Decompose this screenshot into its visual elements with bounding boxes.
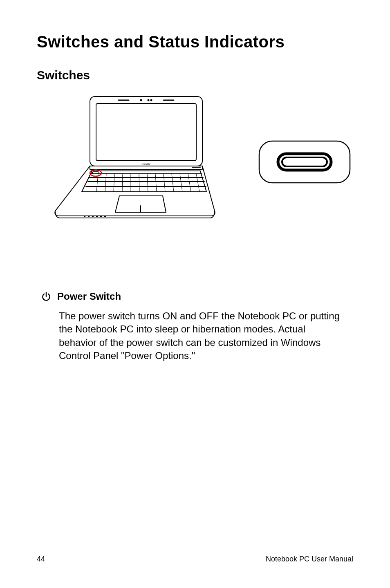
svg-line-27 [164, 174, 165, 192]
laptop-diagram-icon: /ISUS [53, 94, 217, 229]
svg-rect-13 [104, 216, 106, 217]
svg-rect-9 [88, 216, 90, 217]
section-heading-row: Power Switch [41, 291, 353, 302]
section-heading: Power Switch [57, 291, 121, 302]
svg-rect-11 [96, 216, 98, 217]
document-page: Switches and Status Indicators Switches … [0, 0, 390, 588]
svg-line-25 [147, 174, 148, 192]
svg-rect-12 [100, 216, 102, 217]
section-subtitle: Switches [37, 68, 353, 82]
switch-closeup-icon [258, 139, 352, 184]
manual-name: Notebook PC User Manual [266, 555, 353, 563]
page-title: Switches and Status Indicators [37, 33, 353, 51]
svg-point-6 [151, 100, 152, 101]
svg-line-22 [122, 174, 123, 192]
svg-point-5 [148, 100, 149, 101]
page-number: 44 [37, 555, 45, 563]
power-icon [41, 291, 52, 302]
svg-point-4 [141, 100, 142, 101]
svg-rect-37 [282, 157, 327, 166]
svg-line-28 [172, 174, 174, 192]
svg-rect-34 [92, 172, 99, 174]
svg-text:/ISUS: /ISUS [142, 162, 150, 166]
svg-line-31 [196, 174, 199, 192]
svg-rect-10 [92, 216, 94, 217]
svg-line-26 [155, 174, 157, 192]
svg-rect-1 [96, 103, 196, 161]
svg-line-24 [139, 174, 139, 192]
section-body-text: The power switch turns ON and OFF the No… [59, 310, 345, 363]
svg-line-30 [188, 174, 191, 192]
svg-rect-8 [84, 216, 85, 217]
figure-row: /ISUS [53, 94, 353, 229]
svg-rect-0 [90, 97, 202, 166]
svg-rect-36 [278, 154, 331, 170]
svg-line-29 [180, 174, 182, 192]
svg-line-21 [114, 174, 114, 192]
svg-line-20 [105, 174, 106, 192]
page-footer: 44 Notebook PC User Manual [37, 549, 353, 563]
svg-rect-35 [259, 141, 350, 183]
